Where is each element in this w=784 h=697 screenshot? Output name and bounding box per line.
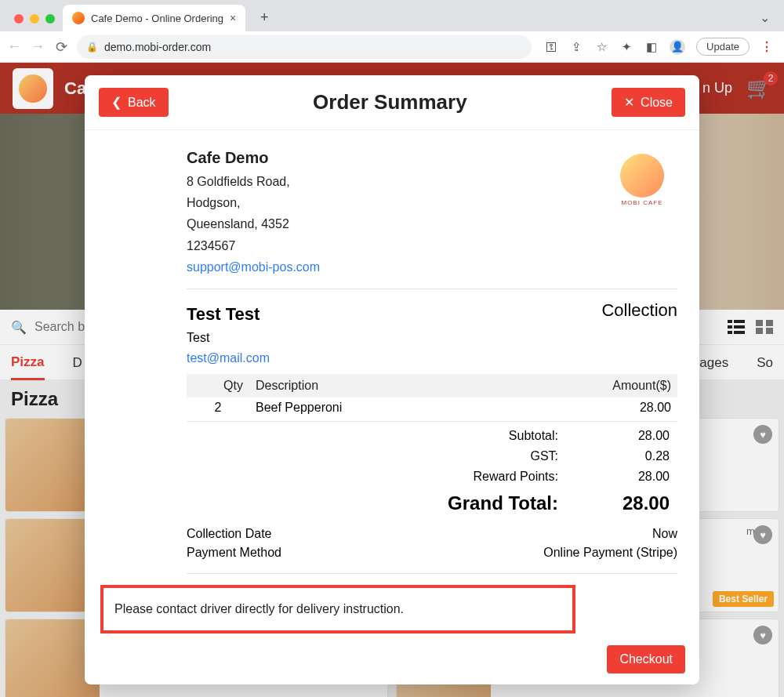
- minimize-window-icon[interactable]: [30, 14, 39, 24]
- key-icon[interactable]: ⚿: [544, 40, 558, 54]
- modal-title: Order Summary: [169, 90, 612, 114]
- panel-icon[interactable]: ◧: [644, 40, 659, 54]
- customer-email-link[interactable]: test@mail.com: [187, 348, 601, 368]
- grand-total-value: 28.00: [566, 488, 676, 517]
- url-text: demo.mobi-order.com: [104, 41, 211, 53]
- checkout-label: Checkout: [619, 652, 673, 666]
- table-row: 2 Beef Pepperoni 28.00: [187, 398, 677, 418]
- new-tab-button[interactable]: +: [253, 6, 275, 28]
- delivery-note: Please contact driver directly for deliv…: [100, 585, 575, 633]
- divider: [187, 421, 677, 422]
- col-qty: Qty: [187, 374, 249, 398]
- app-content: Ca n Up 🛒 2 🔍 Pizza D rages So Pizza: [0, 63, 784, 697]
- browser-tab[interactable]: Cafe Demo - Online Ordering ×: [63, 5, 245, 31]
- forward-icon[interactable]: →: [30, 38, 45, 55]
- update-button[interactable]: Update: [696, 38, 750, 56]
- cell-qty: 2: [187, 398, 249, 418]
- customer-line: Test: [187, 328, 601, 348]
- divider: [187, 289, 677, 289]
- gst-value: 0.28: [566, 447, 676, 466]
- close-icon: ✕: [624, 95, 634, 110]
- col-desc: Description: [249, 374, 583, 398]
- browser-chrome: Cafe Demo - Online Ordering × + ⌄ ← → ⟳ …: [0, 0, 784, 63]
- tab-favicon-icon: [72, 12, 85, 24]
- maximize-window-icon[interactable]: [45, 14, 55, 24]
- cell-desc: Beef Pepperoni: [249, 398, 583, 418]
- store-phone: 1234567: [187, 235, 607, 256]
- grand-total-label: Grand Total:: [188, 488, 564, 517]
- window-controls: [6, 14, 63, 31]
- back-button[interactable]: ❮ Back: [99, 88, 169, 117]
- profile-icon[interactable]: 👤: [670, 39, 685, 55]
- divider: [187, 573, 677, 574]
- collection-date-label: Collection Date: [187, 527, 272, 541]
- summary-table: Subtotal:28.00 GST:0.28 Reward Points:28…: [187, 425, 677, 518]
- share-icon[interactable]: ⇪: [569, 40, 583, 54]
- store-logo: MOBI CAFE: [607, 144, 677, 215]
- chevron-left-icon: ❮: [111, 95, 122, 110]
- order-type: Collection: [601, 300, 677, 321]
- close-window-icon[interactable]: [14, 14, 24, 24]
- store-address-line: 8 Goldfields Road,: [187, 171, 607, 192]
- lock-icon: 🔒: [86, 42, 98, 53]
- store-email-link[interactable]: support@mobi-pos.com: [187, 256, 607, 278]
- gst-label: GST:: [188, 447, 564, 466]
- close-tab-icon[interactable]: ×: [230, 12, 236, 24]
- cell-amount: 28.00: [583, 398, 677, 418]
- back-icon[interactable]: ←: [6, 38, 22, 55]
- store-address-line: Queensland, 4352: [187, 213, 607, 234]
- payment-method-value: Online Payment (Stripe): [543, 546, 677, 560]
- back-label: Back: [128, 96, 156, 110]
- items-table: Qty Description Amount($) 2 Beef Peppero…: [187, 374, 677, 418]
- star-icon[interactable]: ☆: [594, 40, 608, 54]
- address-bar[interactable]: 🔒 demo.mobi-order.com: [77, 35, 532, 59]
- order-summary-modal: ❮ Back Order Summary ✕ Close Cafe Demo 8…: [85, 75, 699, 684]
- chrome-menu-icon[interactable]: ⋮: [760, 39, 773, 54]
- customer-name: Test Test: [187, 300, 601, 328]
- extensions-icon[interactable]: ✦: [619, 40, 633, 54]
- subtotal-value: 28.00: [566, 427, 676, 445]
- tab-title: Cafe Demo - Online Ordering: [91, 13, 223, 24]
- reload-icon[interactable]: ⟳: [53, 38, 69, 56]
- col-amount: Amount($): [583, 374, 677, 398]
- close-label: Close: [641, 96, 673, 110]
- payment-method-label: Payment Method: [187, 546, 281, 560]
- reward-points-label: Reward Points:: [188, 467, 564, 486]
- store-name: Cafe Demo: [187, 144, 607, 171]
- chevron-down-icon[interactable]: ⌄: [760, 10, 770, 25]
- checkout-button[interactable]: Checkout: [607, 645, 685, 673]
- reward-points-value: 28.00: [566, 467, 676, 486]
- close-button[interactable]: ✕ Close: [612, 88, 685, 117]
- store-address-line: Hodgson,: [187, 192, 607, 213]
- subtotal-label: Subtotal:: [188, 427, 564, 445]
- modal-overlay: ❮ Back Order Summary ✕ Close Cafe Demo 8…: [0, 63, 784, 697]
- store-logo-caption: MOBI CAFE: [621, 199, 662, 206]
- collection-date-value: Now: [652, 527, 677, 541]
